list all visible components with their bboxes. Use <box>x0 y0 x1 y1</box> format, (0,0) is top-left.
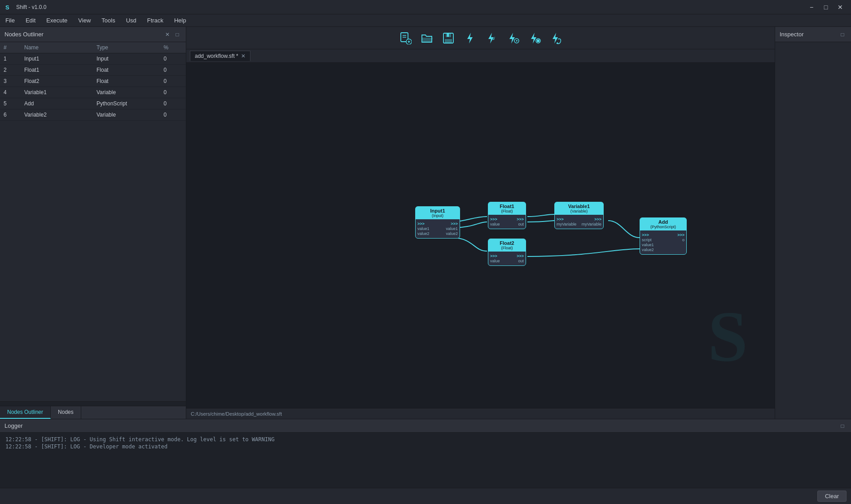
logger-title: Logger <box>4 422 22 429</box>
canvas-tab-add-workflow[interactable]: add_workflow.sft * ✕ <box>190 51 250 61</box>
node-variable1[interactable]: Variable1 (Variable) >>> >>> myVariable … <box>554 202 604 229</box>
menu-help[interactable]: Help <box>169 15 192 26</box>
node-input1[interactable]: Input1 (Input) >>> >>> value1 value1 <box>415 206 460 239</box>
tab-nodes-outliner[interactable]: Nodes Outliner <box>0 406 51 419</box>
canvas-watermark: S <box>708 300 748 372</box>
log-message: 12:22:58 - [SHIFT]: LOG - Developer mode… <box>5 443 846 450</box>
file-path: C:/Users/chime/Desktop/add_workflow.sft <box>191 411 282 417</box>
node-variable1-subtitle: (Variable) <box>558 209 600 213</box>
canvas-tab-label: add_workflow.sft * <box>195 53 238 59</box>
minimize-button[interactable]: − <box>805 2 818 12</box>
node-input1-title: Input1 (Input) <box>416 207 460 219</box>
toolbar <box>186 27 775 49</box>
node-add-subtitle: (PythonScript) <box>644 225 683 229</box>
svg-text:S: S <box>5 4 9 11</box>
svg-rect-19 <box>537 39 540 42</box>
title-bar: S Shift - v1.0.0 − □ ✕ <box>0 0 851 14</box>
main-layout: Nodes Outliner ✕ □ # Name Type % <box>0 27 851 504</box>
svg-rect-10 <box>445 39 452 43</box>
panel-controls: ✕ □ <box>163 30 181 39</box>
node-float2-title: Float2 (Float) <box>488 239 526 252</box>
logger-content: 12:22:58 - [SHIFT]: LOG - Using Shift in… <box>0 433 851 488</box>
table-row[interactable]: 1Input1Input0 <box>0 53 186 65</box>
stop-button[interactable] <box>526 30 544 47</box>
window-title: Shift - v1.0.0 <box>16 4 805 10</box>
execute-all-button[interactable] <box>461 30 479 47</box>
left-panel: Nodes Outliner ✕ □ # Name Type % <box>0 27 186 419</box>
node-add[interactable]: Add (PythonScript) >>> >>> script o <box>640 217 687 255</box>
table-row[interactable]: 3Float2Float0 <box>0 76 186 87</box>
menu-execute[interactable]: Execute <box>41 15 73 26</box>
outliner-body: 1Input1Input02Float1Float03Float2Float04… <box>0 53 186 121</box>
maximize-button[interactable]: □ <box>820 2 832 12</box>
menu-view[interactable]: View <box>73 15 96 26</box>
col-pct: % <box>160 42 186 53</box>
execute-play-button[interactable] <box>504 30 522 47</box>
clear-button[interactable]: Clear <box>817 491 847 502</box>
table-row[interactable]: 6Variable2Variable0 <box>0 109 186 121</box>
svg-marker-17 <box>531 33 536 43</box>
col-type: Type <box>93 42 160 53</box>
node-float2-body: >>> >>> value out <box>488 252 526 265</box>
save-button[interactable] <box>439 30 457 47</box>
logger-maximize-button[interactable]: □ <box>838 422 847 430</box>
execute-selected-button[interactable] <box>483 30 500 47</box>
svg-marker-14 <box>509 33 515 43</box>
node-float1-subtitle: (Float) <box>492 209 522 213</box>
node-float1[interactable]: Float1 (Float) >>> >>> value out <box>488 202 526 229</box>
tab-nodes[interactable]: Nodes <box>51 406 81 419</box>
panel-maximize-button[interactable]: □ <box>173 30 181 39</box>
node-variable1-title: Variable1 (Variable) <box>555 202 603 215</box>
inspector-header: Inspector □ <box>775 27 851 42</box>
horizontal-scrollbar[interactable] <box>0 401 186 406</box>
outliner-thead: # Name Type % <box>0 42 186 53</box>
node-float1-body: >>> >>> value out <box>488 215 526 229</box>
node-float2[interactable]: Float2 (Float) >>> >>> value out <box>488 239 526 266</box>
center-panel: add_workflow.sft * ✕ S <box>186 27 775 419</box>
menu-edit[interactable]: Edit <box>20 15 41 26</box>
svg-marker-21 <box>556 42 559 44</box>
outliner-title: Nodes Outliner <box>4 31 44 38</box>
status-bar: C:/Users/chime/Desktop/add_workflow.sft <box>186 408 775 419</box>
node-add-title: Add (PythonScript) <box>640 218 686 230</box>
menu-ftrack[interactable]: Ftrack <box>142 15 169 26</box>
col-name: Name <box>21 42 93 53</box>
logger-panel: Logger □ 12:22:58 - [SHIFT]: LOG - Using… <box>0 419 851 504</box>
left-tabs: Nodes Outliner Nodes <box>0 406 186 419</box>
open-button[interactable] <box>418 30 436 47</box>
node-float1-title: Float1 (Float) <box>488 202 526 215</box>
outliner-header: Nodes Outliner ✕ □ <box>0 27 186 42</box>
close-button[interactable]: ✕ <box>834 2 847 12</box>
log-message: 12:22:58 - [SHIFT]: LOG - Using Shift in… <box>5 436 846 443</box>
window-controls: − □ ✕ <box>805 2 847 12</box>
menu-file[interactable]: File <box>0 15 20 26</box>
loop-button[interactable] <box>547 30 565 47</box>
node-float2-subtitle: (Float) <box>492 246 522 250</box>
node-input1-body: >>> >>> value1 value1 value2 value2 <box>416 219 460 238</box>
svg-rect-9 <box>447 34 449 37</box>
menu-tools[interactable]: Tools <box>96 15 120 26</box>
tab-strip: add_workflow.sft * ✕ <box>186 49 775 63</box>
node-input1-subtitle: (Input) <box>419 213 456 218</box>
node-variable1-body: >>> >>> myVariable myVariable <box>555 215 603 229</box>
logger-footer: Clear <box>0 488 851 504</box>
logger-header: Logger □ <box>0 419 851 433</box>
app-icon: S <box>4 3 13 11</box>
canvas-tab-close[interactable]: ✕ <box>241 53 246 59</box>
canvas-area[interactable]: S <box>186 63 775 408</box>
inspector-maximize-button[interactable]: □ <box>838 30 847 39</box>
table-row[interactable]: 4Variable1Variable0 <box>0 87 186 98</box>
svg-marker-11 <box>467 33 473 43</box>
svg-marker-16 <box>516 40 518 42</box>
table-row[interactable]: 5AddPythonScript0 <box>0 98 186 109</box>
node-add-body: >>> >>> script o value1 value2 <box>640 230 686 254</box>
outliner-table: # Name Type % 1Input1Input02Float1Float0… <box>0 42 186 121</box>
menu-bar: File Edit Execute View Tools Usd Ftrack … <box>0 14 851 27</box>
new-node-button[interactable] <box>396 30 414 47</box>
table-row[interactable]: 2Float1Float0 <box>0 65 186 76</box>
svg-marker-20 <box>553 33 558 43</box>
panel-close-button[interactable]: ✕ <box>163 30 171 39</box>
outliner-table-wrap: # Name Type % 1Input1Input02Float1Float0… <box>0 42 186 401</box>
right-panel: Inspector □ <box>775 27 851 419</box>
menu-usd[interactable]: Usd <box>121 15 142 26</box>
